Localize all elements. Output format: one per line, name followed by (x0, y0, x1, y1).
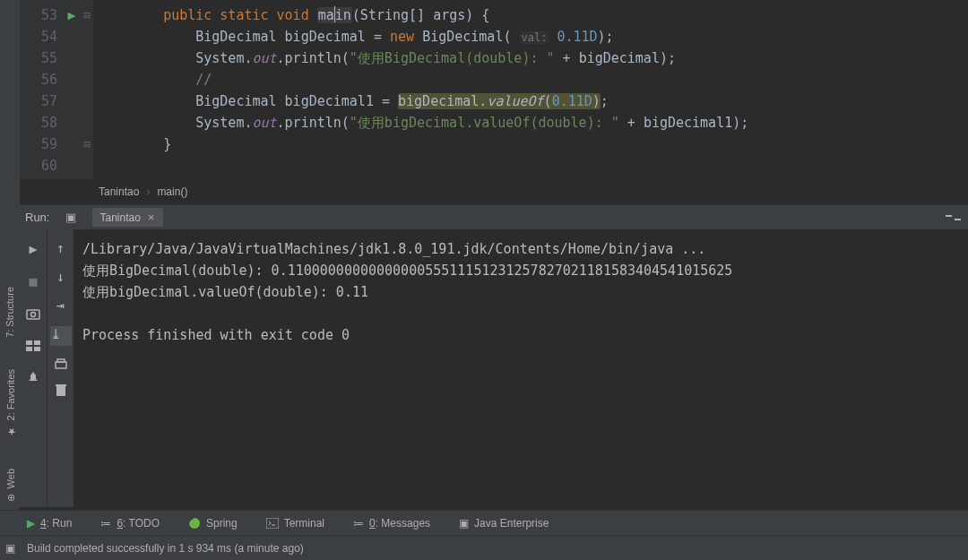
debug-tab-icon[interactable]: ▣ (65, 211, 76, 224)
line-number: 59 (20, 134, 57, 155)
svg-rect-5 (34, 347, 40, 351)
editor: 53 54 55 56 57 58 59 60 ▶ ⊟ ⊟ public sta… (20, 0, 968, 179)
left-vertical-tab-bar: 7: Structure ★ 2: Favorites ⊕ Web (0, 0, 20, 560)
fold-column: ⊟ ⊟ (81, 0, 93, 179)
sidebar-tab-structure[interactable]: 7: Structure (4, 287, 15, 338)
line-number: 60 (20, 155, 57, 177)
svg-point-1 (31, 313, 36, 317)
svg-rect-8 (56, 386, 65, 396)
run-config-tab[interactable]: Tanintao × (92, 208, 163, 227)
gutter-icons: ▶ (63, 0, 81, 179)
rerun-icon[interactable]: ▶ (24, 240, 42, 258)
code-area[interactable]: public static void main(String[] args) {… (93, 0, 968, 179)
sidebar-tab-web[interactable]: ⊕ Web (4, 469, 16, 502)
svg-rect-3 (34, 340, 40, 345)
breadcrumb-method[interactable]: main() (157, 185, 187, 198)
breadcrumb[interactable]: Tanintao › main() (99, 179, 968, 204)
line-number-gutter: 53 54 55 56 57 58 59 60 (20, 0, 63, 179)
line-number: 56 (20, 69, 57, 90)
status-bar: ▣ Build completed successfully in 1 s 93… (0, 535, 968, 560)
up-icon[interactable]: ↑ (56, 240, 65, 256)
run-panel: ▶ ■ ↑ ↓ ⇥ ⤓ /Library/Java/JavaVirtualMac… (20, 229, 968, 507)
soft-wrap-icon[interactable]: ⇥ (56, 297, 65, 314)
svg-rect-6 (56, 362, 66, 368)
sidebar-tab-favorites[interactable]: ★ 2: Favorites (4, 369, 16, 437)
panel-hide-icon[interactable] (946, 215, 961, 220)
breadcrumb-separator: › (146, 185, 150, 198)
svg-rect-4 (26, 347, 32, 351)
svg-rect-9 (56, 384, 66, 386)
run-toolbar-secondary: ↑ ↓ ⇥ ⤓ (47, 229, 73, 507)
run-gutter-icon[interactable]: ▶ (63, 4, 81, 26)
svg-rect-2 (26, 340, 32, 345)
line-number: 53 (20, 4, 57, 26)
line-number: 55 (20, 47, 57, 69)
trash-icon[interactable] (56, 383, 66, 397)
stop-icon[interactable]: ■ (24, 272, 42, 290)
tool-messages-tab[interactable]: ≔ 0: Messages (353, 517, 430, 530)
run-toolbar-primary: ▶ ■ (20, 229, 47, 507)
bottom-tool-bar: ▶ 4: Run ≔ 6: TODO Spring Terminal ≔ 0: … (0, 510, 968, 535)
screenshot-icon[interactable] (24, 305, 42, 323)
layout-icon[interactable] (24, 337, 42, 355)
run-panel-header: Run: ▣ Tanintao × (0, 204, 968, 229)
line-number: 58 (20, 112, 57, 134)
down-icon[interactable]: ↓ (56, 269, 65, 285)
pin-icon[interactable] (24, 369, 42, 387)
tool-spring-tab[interactable]: Spring (188, 517, 238, 530)
svg-rect-7 (57, 359, 65, 362)
fold-toggle[interactable]: ⊟ (81, 134, 93, 155)
print-icon[interactable] (54, 358, 68, 371)
console-output[interactable]: /Library/Java/JavaVirtualMachines/jdk1.8… (73, 229, 968, 507)
svg-rect-10 (266, 518, 279, 529)
line-number: 54 (20, 26, 57, 47)
close-icon[interactable]: × (148, 211, 155, 224)
run-label: Run: (25, 211, 49, 224)
tool-enterprise-tab[interactable]: ▣ Java Enterprise (459, 517, 549, 530)
status-message: Build completed successfully in 1 s 934 … (27, 542, 304, 555)
tool-run-tab[interactable]: ▶ 4: Run (27, 517, 72, 530)
fold-toggle[interactable]: ⊟ (81, 4, 93, 26)
scroll-to-end-icon[interactable]: ⤓ (50, 326, 72, 346)
line-number: 57 (20, 90, 57, 112)
svg-rect-0 (27, 310, 39, 319)
status-icon: ▣ (5, 542, 15, 555)
tool-todo-tab[interactable]: ≔ 6: TODO (100, 517, 160, 530)
breadcrumb-class[interactable]: Tanintao (99, 185, 139, 198)
tool-terminal-tab[interactable]: Terminal (266, 517, 324, 530)
